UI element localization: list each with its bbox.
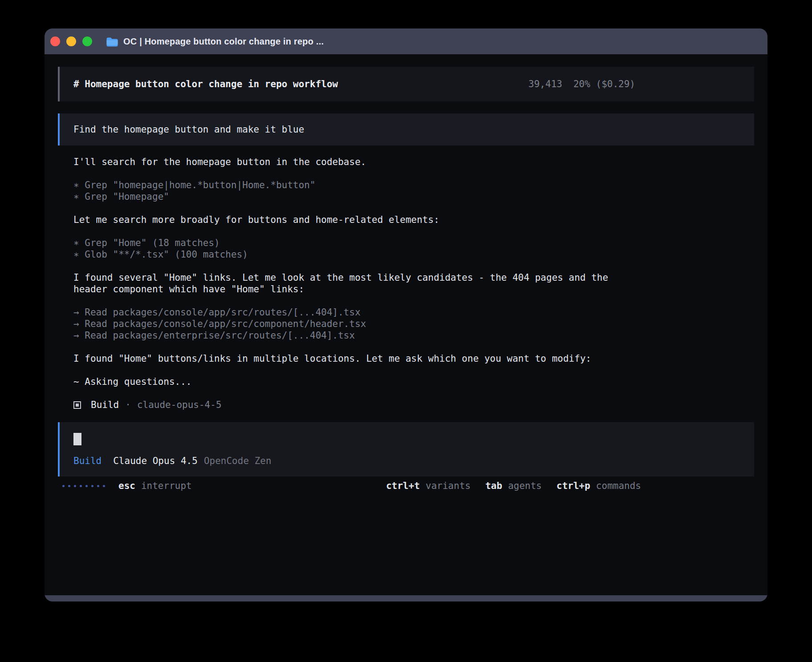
shortcut-hint: ctrl+pcommands — [556, 480, 641, 492]
shortcut-hints: ctrl+tvariantstabagentsctrl+pcommands — [386, 480, 641, 492]
esc-hint: esc interrupt — [118, 480, 192, 492]
transcript-line: I found several "Home" links. Let me loo… — [73, 272, 625, 295]
user-message-text: Find the homepage button and make it blu… — [73, 124, 304, 135]
model-id: claude-opus-4-5 — [137, 399, 222, 411]
transcript-line — [73, 168, 625, 179]
transcript-line: → Read packages/console/app/src/routes/[… — [73, 307, 625, 318]
agent-icon — [73, 401, 81, 409]
spinner-dot — [74, 485, 76, 487]
spinner-dot — [97, 485, 99, 487]
transcript-line: ∗ Grep "Home" (18 matches) — [73, 237, 625, 249]
transcript-line — [73, 295, 625, 307]
token-count: 39,413 — [528, 78, 562, 90]
prompt-meta-row: Build Claude Opus 4.5 OpenCode Zen — [73, 455, 754, 467]
minimize-button[interactable] — [66, 36, 76, 46]
terminal-content: # Homepage button color change in repo w… — [45, 54, 767, 595]
prompt-input[interactable]: Build Claude Opus 4.5 OpenCode Zen — [58, 422, 754, 476]
shortcut-key: ctrl+p — [556, 480, 590, 492]
spinner-dots — [62, 485, 105, 487]
transcript-line: Let me search more broadly for buttons a… — [73, 214, 625, 226]
shortcut-label: variants — [426, 480, 471, 492]
transcript: I'll search for the homepage button in t… — [73, 156, 625, 388]
prompt-agent-label: Build — [73, 455, 102, 467]
transcript-line: → Read packages/console/app/src/componen… — [73, 318, 625, 330]
transcript-line — [73, 226, 625, 237]
transcript-line: ∗ Grep "Homepage" — [73, 191, 625, 202]
close-button[interactable] — [50, 36, 60, 46]
context-usage-cost: 20% ($0.29) — [573, 78, 635, 90]
separator-dot: · — [125, 399, 131, 411]
window-title: OC | Homepage button color change in rep… — [123, 36, 324, 47]
titlebar: OC | Homepage button color change in rep… — [45, 28, 767, 54]
shortcut-key: ctrl+t — [386, 480, 420, 492]
esc-label: interrupt — [141, 480, 192, 492]
transcript-line: I found "Home" buttons/links in multiple… — [73, 353, 625, 364]
transcript-line: ∗ Glob "**/*.tsx" (100 matches) — [73, 249, 625, 260]
transcript-line — [73, 341, 625, 353]
session-stats: 39,413 20% ($0.29) — [528, 78, 635, 90]
transcript-line — [73, 364, 625, 376]
transcript-line — [73, 202, 625, 214]
traffic-lights — [50, 36, 92, 46]
agent-name: Build — [91, 399, 119, 411]
prompt-provider-label: OpenCode Zen — [204, 455, 272, 467]
shortcut-label: agents — [508, 480, 542, 492]
session-title: # Homepage button color change in repo w… — [73, 78, 338, 90]
spinner-dot — [91, 485, 93, 487]
agent-status-line: Build · claude-opus-4-5 — [73, 399, 754, 411]
shortcut-label: commands — [596, 480, 641, 492]
zoom-button[interactable] — [82, 36, 92, 46]
prompt-model-label: Claude Opus 4.5 — [113, 455, 198, 467]
transcript-line: → Read packages/enterprise/src/routes/[.… — [73, 330, 625, 341]
spinner-dot — [85, 485, 88, 487]
shortcut-key: tab — [485, 480, 502, 492]
esc-key: esc — [118, 480, 135, 492]
transcript-line: ∗ Grep "homepage|home.*button|Home.*butt… — [73, 179, 625, 191]
shortcut-hint: tabagents — [485, 480, 542, 492]
user-message: Find the homepage button and make it blu… — [58, 113, 754, 145]
spinner-dot — [62, 485, 65, 487]
spinner-dot — [80, 485, 82, 487]
spinner-dot — [103, 485, 105, 487]
transcript-line — [73, 260, 625, 272]
text-cursor — [73, 433, 81, 445]
folder-icon — [106, 36, 118, 47]
transcript-line: I'll search for the homepage button in t… — [73, 156, 625, 168]
shortcut-hint: ctrl+tvariants — [386, 480, 471, 492]
session-header: # Homepage button color change in repo w… — [58, 67, 754, 101]
transcript-line: ~ Asking questions... — [73, 376, 625, 388]
spinner-dot — [68, 485, 70, 487]
statusbar: esc interrupt ctrl+tvariantstabagentsctr… — [58, 480, 754, 492]
terminal-window: OC | Homepage button color change in rep… — [45, 28, 767, 601]
